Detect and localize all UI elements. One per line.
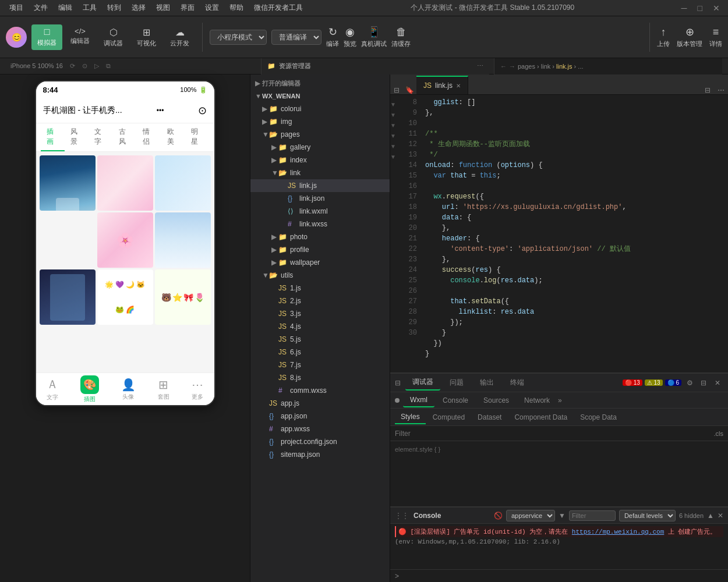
devtools-subtab-console[interactable]: Console (436, 394, 475, 407)
file-tree-menu-icon[interactable]: ⋯ (477, 62, 483, 70)
preview-button[interactable]: ◉ 预览 (344, 26, 356, 48)
console-close-icon[interactable]: ✕ (718, 512, 723, 520)
collapse-panel-icon[interactable]: ⊟ (390, 86, 403, 94)
folder-link[interactable]: ▼ 📂 link (250, 166, 390, 179)
devtools-subtab-wxml[interactable]: Wxml (403, 393, 434, 407)
devtools-close-icon[interactable]: ✕ (712, 377, 723, 389)
menu-item-interface[interactable]: 界面 (176, 2, 199, 14)
menu-item-goto[interactable]: 转到 (103, 2, 126, 14)
styles-tab-computed[interactable]: Computed (427, 411, 471, 424)
menu-item-file[interactable]: 文件 (29, 2, 52, 14)
file-sitemap[interactable]: {}sitemap.json (250, 448, 390, 461)
image-cell-blue[interactable] (155, 155, 211, 211)
cls-button[interactable]: .cls (714, 430, 724, 437)
menu-item-settings[interactable]: 设置 (200, 2, 224, 14)
styles-tab-styles[interactable]: Styles (395, 410, 426, 424)
file-link-wxss[interactable]: # link.wxss (250, 218, 390, 230)
file-1js[interactable]: JS1.js (250, 282, 390, 294)
file-3js[interactable]: JS3.js (250, 307, 390, 320)
devtools-tab-problems[interactable]: 问题 (443, 375, 471, 390)
editor-mode-button[interactable]: </> 编辑器 (65, 24, 96, 50)
image-cell-sky[interactable] (155, 212, 211, 268)
styles-tab-component-data[interactable]: Component Data (508, 411, 573, 424)
devtools-tab-output[interactable]: 输出 (473, 375, 501, 390)
rotate-icon[interactable]: ⟳ (70, 62, 75, 70)
menu-item-tools[interactable]: 工具 (78, 2, 101, 14)
file-app-wxss[interactable]: #app.wxss (250, 423, 390, 435)
crop-icon[interactable]: ⊙ (82, 62, 87, 70)
styles-tab-scope-data[interactable]: Scope Data (574, 411, 623, 424)
menu-item-project[interactable]: 项目 (5, 2, 28, 14)
version-manager-button[interactable]: ⊕ 版本管理 (677, 26, 702, 48)
styles-tab-dataset[interactable]: Dataset (472, 411, 507, 424)
folder-photo[interactable]: ▶ 📁 photo (250, 230, 390, 243)
details-button[interactable]: ≡ 详情 (709, 26, 722, 48)
appservice-select[interactable]: appservice (506, 510, 555, 521)
cloud-mode-button[interactable]: ☁ 云开发 (164, 24, 195, 50)
file-link-js[interactable]: JS link.js (250, 179, 390, 192)
filter-input[interactable] (395, 430, 712, 438)
file-app-json[interactable]: {}app.json (250, 410, 390, 423)
bookmark-icon[interactable]: 🔖 (403, 86, 416, 94)
folder-gallery[interactable]: ▶ 📁 gallery (250, 141, 390, 154)
log-level-select[interactable]: Default levels (619, 510, 676, 521)
folder-img[interactable]: ▶ 📁 img (250, 115, 390, 128)
copy-icon[interactable]: ⧉ (106, 62, 111, 70)
file-comm-wxss[interactable]: #comm.wxss (250, 384, 390, 397)
minimize-button[interactable]: ─ (678, 3, 691, 13)
devtools-settings-icon[interactable]: ⚙ (684, 377, 695, 389)
console-clear-icon[interactable]: 🚫 (494, 512, 503, 520)
image-cell-sticker2[interactable]: 🐻⭐🎀🌷 (155, 269, 211, 325)
image-cell-sticker1[interactable]: 🌟💜🌙🐱🐸🌈 (97, 269, 153, 325)
console-filter-input[interactable] (569, 510, 616, 521)
tab-wenzi[interactable]: 文字 (89, 123, 112, 151)
editor-nav-forward[interactable]: → (509, 63, 515, 70)
menu-item-view[interactable]: 视图 (151, 2, 175, 14)
nav-taotu[interactable]: ⊞ 套图 (158, 378, 169, 401)
upload-button[interactable]: ↑ 上传 (657, 26, 670, 48)
tab-mingxing[interactable]: 明星 (185, 123, 209, 151)
tab-fengjing[interactable]: 风景 (65, 123, 89, 151)
console-expand-icon[interactable]: ▲ (707, 512, 714, 520)
menu-item-help[interactable]: 帮助 (225, 2, 248, 14)
close-button[interactable]: ✕ (709, 3, 723, 13)
folder-utils[interactable]: ▼ 📂 utils (250, 269, 390, 282)
image-cell-floral[interactable] (97, 155, 153, 211)
nav-chuhua[interactable]: 🎨 插图 (80, 375, 99, 403)
menu-item-select[interactable]: 选择 (127, 2, 150, 14)
folder-colorui[interactable]: ▶ 📁 colorui (250, 102, 390, 115)
folder-wallpaper[interactable]: ▶ 📁 wallpaper (250, 256, 390, 269)
visual-mode-button[interactable]: ⊞ 可视化 (131, 24, 162, 50)
devtools-subtab-network[interactable]: Network (517, 394, 557, 407)
console-input[interactable] (402, 573, 723, 580)
folder-pages[interactable]: ▼ 📂 pages (250, 128, 390, 141)
image-cell-anime[interactable] (40, 155, 96, 211)
image-cell-anime2[interactable] (40, 269, 96, 325)
file-4js[interactable]: JS4.js (250, 320, 390, 333)
clear-cache-button[interactable]: 🗑 清缓存 (391, 26, 411, 48)
compiler-mode-select[interactable]: 小程序模式 (210, 30, 267, 45)
file-5js[interactable]: JS5.js (250, 333, 390, 346)
maximize-button[interactable]: □ (694, 3, 706, 13)
image-cell-floral2[interactable]: 🌸 (97, 212, 153, 268)
simulator-mode-button[interactable]: □ 模拟器 (31, 24, 62, 50)
file-project-config[interactable]: {}project.config.json (250, 435, 390, 448)
play-icon[interactable]: ▷ (94, 62, 99, 70)
tab-chuhua[interactable]: 插画 (41, 123, 65, 151)
folder-profile[interactable]: ▶ 📁 profile (250, 243, 390, 256)
editor-nav-back[interactable]: ← (500, 63, 507, 70)
folder-index[interactable]: ▶ 📁 index (250, 154, 390, 166)
tab-oumei[interactable]: 欧美 (161, 123, 185, 151)
devtools-toggle-icon[interactable]: ⊟ (395, 379, 401, 387)
tab-close-icon[interactable]: ✕ (456, 83, 461, 89)
code-editor-area[interactable]: ▼ ▼ ▼ ▼ ▼ ▼ (390, 95, 728, 372)
nav-touxiang[interactable]: 👤 头像 (121, 378, 136, 401)
devtools-layout-icon[interactable]: ⊟ (698, 377, 709, 389)
menu-item-wechat[interactable]: 微信开发者工具 (249, 2, 308, 14)
nav-more[interactable]: ⋯ 更多 (192, 378, 203, 401)
real-device-button[interactable]: 📱 真机调试 (361, 26, 387, 48)
file-7js[interactable]: JS7.js (250, 359, 390, 371)
editor-split-icon[interactable]: ⊟ (701, 86, 714, 94)
devtools-tab-terminal[interactable]: 终端 (503, 375, 531, 390)
more-tabs-icon[interactable]: » (558, 396, 562, 404)
